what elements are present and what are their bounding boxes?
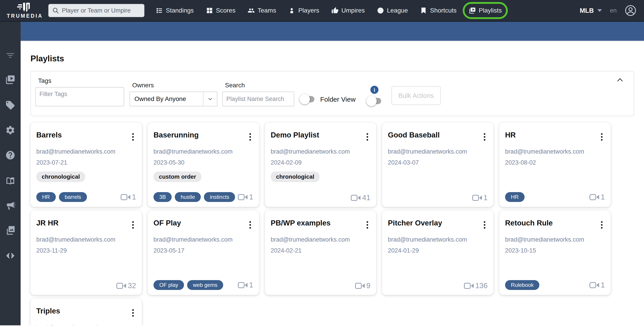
trumedia-logo[interactable]: TRUMEDIA <box>6 2 44 19</box>
bulk-actions-toggle[interactable] <box>368 98 381 104</box>
user-avatar-icon[interactable] <box>625 5 636 16</box>
card-menu-kebab-icon[interactable] <box>364 132 370 142</box>
nav-item-umpires[interactable]: Umpires <box>325 2 371 19</box>
card-menu-kebab-icon[interactable] <box>599 220 605 230</box>
playlist-owner: brad@trumedianetworks.com <box>505 236 605 243</box>
folder-view-label: Folder View <box>320 96 356 103</box>
collapse-panel-chevron-up-icon[interactable] <box>617 77 624 83</box>
card-menu-kebab-icon[interactable] <box>247 132 253 142</box>
video-camera-icon <box>464 282 474 290</box>
video-count-value: 1 <box>249 281 253 289</box>
tag-row: Rulebook <box>505 280 539 290</box>
video-camera-icon <box>238 193 248 201</box>
tag-pill[interactable]: OF play <box>154 280 184 290</box>
sidebar-help-icon[interactable] <box>0 150 20 160</box>
card-menu-kebab-icon[interactable] <box>247 220 253 230</box>
playlist-card[interactable]: Baserunning brad@trumedianetworks.com 20… <box>148 122 259 207</box>
nav-item-scores[interactable]: Scores <box>200 2 242 19</box>
playlist-card[interactable]: JR HR brad@trumedianetworks.com 2023-11-… <box>30 211 142 295</box>
sidebar-media-gallery-icon[interactable] <box>0 225 20 236</box>
owners-select-value: Owned By Anyone <box>130 95 203 103</box>
tags-filter-input[interactable] <box>36 87 124 106</box>
card-menu-kebab-icon[interactable] <box>364 220 370 230</box>
card-menu-kebab-icon[interactable] <box>482 220 488 230</box>
sidebar-video-playlist-icon[interactable] <box>0 74 20 85</box>
umpires-icon <box>332 7 338 14</box>
league-icon <box>377 7 384 14</box>
nav-item-shortcuts[interactable]: Shortcuts <box>414 2 462 19</box>
playlist-card[interactable]: Good Baseball brad@trumedianetworks.com … <box>382 122 494 207</box>
info-icon[interactable]: i <box>370 86 378 94</box>
sidebar-tags-icon[interactable] <box>0 100 20 110</box>
playlist-card[interactable]: Retouch Rule brad@trumedianetworks.com 2… <box>499 211 610 295</box>
nav-item-playlists[interactable]: Playlists <box>463 2 508 19</box>
playlist-date: 2024-03-07 <box>388 159 488 166</box>
playlist-card[interactable]: OF Play brad@trumedianetworks.com 2023-0… <box>148 211 259 295</box>
playlist-card[interactable]: Demo Playlist brad@trumedianetworks.com … <box>265 122 376 207</box>
playlist-grid: Barrels brad@trumedianetworks.com 2023-0… <box>30 122 634 325</box>
league-selector[interactable]: MLB <box>580 7 602 14</box>
video-count: 41 <box>350 193 370 202</box>
video-count: 1 <box>238 281 253 289</box>
nav-item-teams[interactable]: Teams <box>242 2 282 19</box>
playlist-owner: brad@trumedianetworks.com <box>154 148 253 155</box>
card-menu-kebab-icon[interactable] <box>482 132 488 142</box>
playlist-date: 2023-10-15 <box>505 247 605 254</box>
tag-pill[interactable]: instincts <box>204 192 235 202</box>
tag-pill[interactable]: Rulebook <box>505 280 539 290</box>
tag-pill[interactable]: hustle <box>175 192 201 202</box>
tag-pill[interactable]: HR <box>505 192 524 202</box>
tag-pill[interactable]: 3B <box>154 192 172 202</box>
nav-item-label: League <box>387 7 408 14</box>
sidebar-announcements-megaphone-icon[interactable] <box>0 201 20 211</box>
playlist-card[interactable]: Barrels brad@trumedianetworks.com 2023-0… <box>30 122 142 207</box>
owners-filter: Owners Owned By Anyone <box>130 82 217 106</box>
card-menu-kebab-icon[interactable] <box>130 308 136 318</box>
video-count-value: 32 <box>128 282 136 290</box>
tag-pill[interactable]: HR <box>36 192 56 202</box>
sort-order-pill: chronological <box>271 172 320 182</box>
playlist-search-input[interactable] <box>222 92 294 106</box>
players-icon <box>288 7 295 14</box>
tag-row: HRbarrels <box>36 192 87 202</box>
video-count-value: 9 <box>366 282 370 290</box>
sidebar-code-icon[interactable] <box>0 251 20 261</box>
playlist-owner: brad@trumedianetworks.com <box>388 148 488 155</box>
playlist-card[interactable]: HR brad@trumedianetworks.com 2023-08-02 … <box>499 122 610 207</box>
playlist-title: Retouch Rule <box>505 219 553 227</box>
nav-item-label: Players <box>298 7 319 14</box>
tag-pill[interactable]: barrels <box>59 192 87 202</box>
nav-item-league[interactable]: League <box>371 2 414 19</box>
sidebar-filter-icon[interactable] <box>0 50 20 61</box>
sidebar-settings-gear-icon[interactable] <box>0 125 20 135</box>
video-count-value: 1 <box>249 193 253 201</box>
card-menu-kebab-icon[interactable] <box>130 132 136 142</box>
video-count-value: 1 <box>132 193 136 201</box>
card-menu-kebab-icon[interactable] <box>130 220 136 230</box>
sidebar-docs-book-icon[interactable] <box>0 176 20 186</box>
nav-item-standings[interactable]: Standings <box>150 2 200 19</box>
locale-selector[interactable]: en <box>610 7 617 14</box>
playlist-search: Search <box>222 82 294 106</box>
playlist-card[interactable]: PB/WP examples brad@trumedianetworks.com… <box>265 211 376 295</box>
playlist-date: 2024-02-09 <box>271 159 370 166</box>
playlist-owner: brad@trumedianetworks.com <box>271 236 370 243</box>
playlist-owner: brad@trumedianetworks.com <box>36 236 136 243</box>
video-count: 32 <box>116 282 136 290</box>
video-camera-icon <box>589 282 600 289</box>
bulk-actions-button[interactable]: Bulk Actions <box>392 86 441 105</box>
video-count: 1 <box>472 193 488 202</box>
video-count: 1 <box>120 193 136 201</box>
playlist-card[interactable]: Pitcher Overlay brad@trumedianetworks.co… <box>382 211 494 295</box>
tag-pill[interactable]: web gems <box>187 280 223 290</box>
playlist-card[interactable]: Triples brad@trumedianetworks.com <box>30 299 142 325</box>
card-menu-kebab-icon[interactable] <box>599 132 605 142</box>
owners-select[interactable]: Owned By Anyone <box>130 92 217 106</box>
playlist-title: PB/WP examples <box>271 219 330 227</box>
nav-item-players[interactable]: Players <box>282 2 325 19</box>
main-area: Playlists Tags Owners Owned By Anyone <box>20 22 644 325</box>
global-search-input[interactable] <box>62 7 141 14</box>
header-band <box>20 22 644 41</box>
playlist-date: 2023-05-17 <box>154 247 253 254</box>
folder-view-toggle[interactable] <box>301 96 314 102</box>
